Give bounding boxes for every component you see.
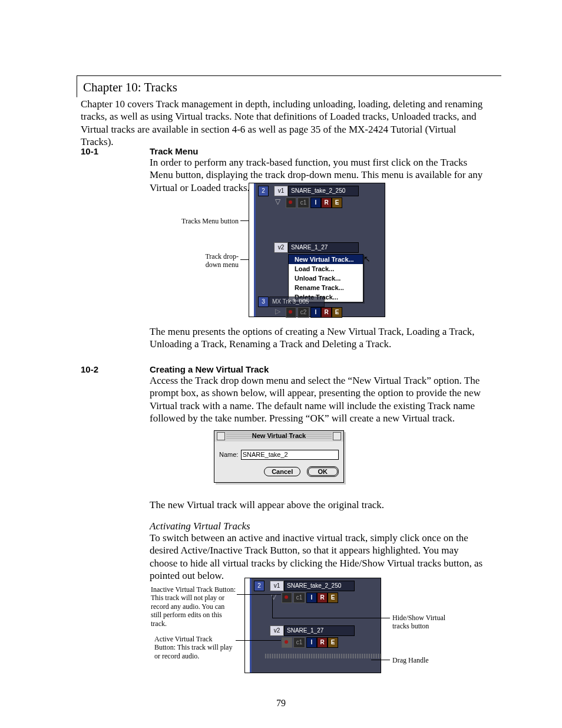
callout-drag-handle: Drag Handle (392, 656, 463, 664)
section-body: The menu presents the options of creatin… (150, 325, 488, 351)
figure-margin (249, 183, 254, 317)
section-body: The new Virtual track will appear above … (150, 499, 488, 511)
virtual-track-button[interactable]: v1 (274, 186, 288, 196)
new-virtual-track-dialog: New Virtual Track Name: Cancel OK (214, 430, 344, 483)
channel-label: c1 (293, 592, 305, 603)
callout-inactive-track: Inactive Virtual Track Button: This trac… (151, 585, 236, 628)
callout-line (272, 595, 273, 618)
input-button[interactable]: I (310, 197, 321, 208)
track-number: 2 (258, 186, 269, 196)
callout-track-dropdown-l1: Track drop- (189, 252, 239, 261)
track-number: 3 (258, 297, 269, 307)
figure-margin (254, 183, 256, 317)
track-name: MX Trk 3_005 (269, 297, 325, 307)
tracks-menu-button[interactable]: ▽ (275, 197, 280, 206)
zoom-icon[interactable] (333, 432, 341, 440)
section-title: Track Menu (150, 146, 199, 157)
virtual-track-button[interactable]: v2 (270, 625, 284, 636)
cursor-icon: ↖ (363, 254, 371, 265)
chapter-title: Chapter 10: Tracks (77, 75, 501, 97)
menu-item-load-track[interactable]: Load Track... (289, 264, 363, 274)
edit-button[interactable]: E (328, 637, 338, 648)
callout-track-dropdown-l2: down menu (189, 261, 239, 269)
edit-button[interactable]: E (332, 197, 342, 208)
virtual-track-button[interactable]: v2 (274, 242, 288, 253)
record-button[interactable]: R (317, 592, 328, 603)
figure-margin (245, 578, 250, 673)
channel-label: c1 (297, 197, 309, 208)
inactive-track-button[interactable] (282, 592, 292, 603)
tracks-menu-button[interactable]: ▷ (275, 307, 280, 315)
channel-label: c2 (297, 307, 309, 318)
section-body: To switch between an active and inactive… (150, 532, 488, 582)
edit-button[interactable]: E (332, 307, 342, 318)
section-number: 10-2 (81, 364, 98, 375)
record-button[interactable]: R (317, 637, 328, 648)
callout-line (272, 618, 390, 618)
cancel-button[interactable]: Cancel (264, 467, 300, 476)
record-button[interactable]: R (321, 197, 332, 208)
menu-item-new-virtual-track[interactable]: New Virtual Track... (289, 255, 363, 264)
track-number: 2 (254, 581, 265, 591)
name-label: Name: (219, 451, 238, 458)
figure-margin (250, 578, 252, 673)
figure-track-menu: 2 v1 SNARE_take_2_250 ▽ c1 I R E v2 SNAR… (249, 183, 385, 317)
section-title: Creating a New Virtual Track (150, 364, 269, 375)
ok-button[interactable]: OK (307, 466, 339, 477)
drag-handle[interactable] (265, 654, 381, 658)
dialog-title: New Virtual Track (214, 432, 343, 439)
figure-virtual-tracks: 2 v1 SNARE_take_2_250 ▽ c1 I R E v2 SNAR… (244, 578, 381, 673)
callout-hide-show: Hide/Show Virtual tracks button (392, 614, 463, 631)
record-indicator-icon (286, 307, 296, 318)
record-button[interactable]: R (321, 307, 332, 318)
section-number: 10-1 (81, 146, 98, 157)
track-dropdown-menu[interactable]: New Virtual Track... Load Track... Unloa… (288, 254, 363, 302)
record-indicator-icon (286, 197, 296, 208)
track-name: SNARE_take_2_250 (288, 186, 359, 196)
input-button[interactable]: I (306, 592, 317, 603)
track-name-input[interactable] (241, 450, 339, 460)
chapter-intro: Chapter 10 covers Track management in de… (81, 98, 487, 148)
menu-item-rename-track[interactable]: Rename Track... (289, 283, 363, 292)
virtual-track-button[interactable]: v1 (270, 581, 284, 591)
edit-button[interactable]: E (328, 592, 338, 603)
menu-item-unload-track[interactable]: Unload Track... (289, 274, 363, 283)
callout-line (237, 594, 281, 595)
channel-label: c1 (293, 637, 305, 648)
track-name: SNARE_1_27 (284, 625, 355, 636)
callout-active-track: Active Virtual Track Button: This track … (154, 635, 234, 660)
dialog-titlebar[interactable]: New Virtual Track (214, 431, 343, 442)
page-number: 79 (0, 697, 562, 709)
callout-line (371, 660, 390, 660)
callout-line (236, 640, 281, 641)
subsection-title: Activating Virtual Tracks (150, 520, 488, 532)
input-button[interactable]: I (306, 637, 317, 648)
input-button[interactable]: I (310, 307, 321, 318)
active-track-button[interactable] (282, 637, 292, 648)
track-name: SNARE_take_2_250 (284, 581, 355, 591)
callout-tracks-menu-button: Tracks Menu button (168, 217, 239, 225)
track-name: SNARE_1_27 (288, 242, 359, 253)
section-body: Access the Track drop down menu and sele… (150, 374, 488, 424)
